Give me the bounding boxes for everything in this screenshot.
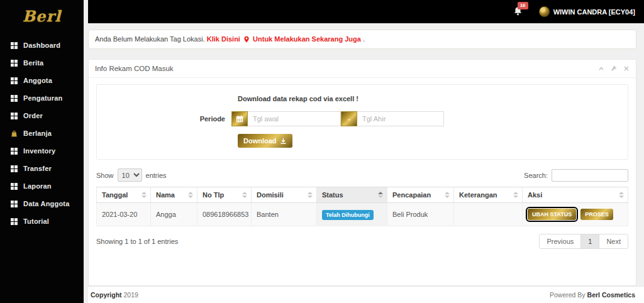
wrench-icon[interactable] <box>611 65 617 72</box>
sidebar-item-order[interactable]: Order <box>0 107 84 124</box>
grid-icon <box>11 148 18 155</box>
sidebar-item-tutorial[interactable]: Tutorial <box>0 212 84 230</box>
sidebar-item-label: Berita <box>23 59 43 67</box>
sort-icon[interactable] <box>513 192 518 198</box>
sidebar-item-label: Anggota <box>23 77 52 84</box>
alert-link-sekarang-juga[interactable]: Untuk Melakukan Sekarang Juga <box>253 35 361 43</box>
sidebar-item-data-anggota[interactable]: Data Anggota <box>0 195 84 212</box>
sidebar-item-laporan[interactable]: Laporan <box>0 177 84 195</box>
cell-nama: Angga <box>151 203 197 226</box>
sidebar-item-label: Data Anggota <box>23 200 70 207</box>
sort-icon[interactable] <box>445 192 450 198</box>
cell-pencapaian: Beli Produk <box>387 203 454 226</box>
powered-by-text: Powered By Berl Cosmetics <box>550 291 635 299</box>
sidebar-item-dashboard[interactable]: Dashboard <box>0 36 84 54</box>
column-header-keterangan[interactable]: Keterangan <box>454 187 523 203</box>
sidebar-item-transfer[interactable]: Transfer <box>0 160 84 177</box>
show-label: Show <box>96 172 114 179</box>
page-length-select[interactable]: 10 <box>118 168 142 182</box>
grid-icon <box>11 183 18 190</box>
sort-icon[interactable] <box>308 192 313 198</box>
sort-icon[interactable] <box>242 192 247 198</box>
sidebar-item-berlanja[interactable]: Berlanja <box>0 124 84 142</box>
tgl-ahir-input[interactable] <box>357 111 444 126</box>
download-icon <box>280 138 287 145</box>
close-icon[interactable] <box>623 65 630 72</box>
grid-icon <box>11 113 18 119</box>
panel-tools <box>598 65 630 72</box>
avatar <box>539 6 550 17</box>
user-menu[interactable]: WIWIN CANDRA [ECY04] <box>539 6 635 17</box>
sort-icon[interactable] <box>619 192 624 198</box>
grid-icon <box>11 95 18 102</box>
powered-by-bold: Berl Cosmetics <box>587 291 635 299</box>
search-input[interactable] <box>552 169 628 182</box>
download-button[interactable]: Download <box>238 134 292 148</box>
alert-link-klik-disini[interactable]: Klik Disini <box>207 35 240 43</box>
berl-logo[interactable]: Berl <box>0 0 84 31</box>
sidebar-item-pengaturan[interactable]: Pengaturan <box>0 89 84 107</box>
column-header-status[interactable]: Status <box>317 187 387 203</box>
table-info: Showing 1 to 1 of 1 entries <box>96 238 178 245</box>
sort-icon[interactable] <box>378 192 383 198</box>
sidebar-item-label: Berlanja <box>23 129 52 137</box>
download-heading: Download data rekap cod via excell ! <box>238 95 628 102</box>
column-header-aksi[interactable]: Aksi <box>523 187 628 203</box>
main-area: 16 WIWIN CANDRA [ECY04] Anda Belum Melak… <box>88 0 644 303</box>
proses-button[interactable]: PROSES <box>580 209 613 220</box>
periode-label: Periode <box>97 115 231 123</box>
table-controls: Show 10 entries Search: <box>96 168 628 182</box>
cell-status: Telah Dihubungi <box>317 203 387 226</box>
notification-badge: 16 <box>518 2 528 9</box>
column-header-no-tlp[interactable]: No Tlp <box>197 187 252 203</box>
date-range-group: - <box>231 111 444 126</box>
grid-icon <box>11 77 18 84</box>
cell-no-tlp: 089618966853 <box>197 203 252 226</box>
sort-icon[interactable] <box>142 192 147 198</box>
table-header-row: Tanggal Nama No Tlp Domisili Status Penc… <box>97 187 628 203</box>
cod-table: Tanggal Nama No Tlp Domisili Status Penc… <box>96 187 628 226</box>
sidebar-nav: Dashboard Berita Anggota Pengaturan Orde… <box>0 36 84 230</box>
sidebar-item-label: Tutorial <box>23 218 49 225</box>
previous-page-button[interactable]: Previous <box>539 234 581 249</box>
calendar-icon <box>231 111 248 126</box>
footer: Copyright 2019 Powered By Berl Cosmetics <box>88 286 644 303</box>
cell-aksi: UBAH STATUS PROSES <box>523 203 628 226</box>
column-header-tanggal[interactable]: Tanggal <box>97 187 151 203</box>
download-button-label: Download <box>243 137 277 145</box>
grid-icon <box>11 42 18 49</box>
ubah-status-button[interactable]: UBAH STATUS <box>528 209 576 220</box>
sidebar-item-label: Pengaturan <box>23 94 63 102</box>
berl-logo-text: Berl <box>23 7 61 25</box>
entries-label: entries <box>146 172 167 179</box>
column-header-domisili[interactable]: Domisili <box>252 187 317 203</box>
panel-body: Download data rekap cod via excell ! Per… <box>89 78 636 285</box>
sidebar-item-anggota[interactable]: Anggota <box>0 72 84 89</box>
next-page-button[interactable]: Next <box>599 234 628 249</box>
table-row: 2021-03-20 Angga 089618966853 Banten Tel… <box>97 203 628 226</box>
content: Anda Belum Melakukan Tag Lokasi. Klik Di… <box>88 23 644 286</box>
notifications-button[interactable]: 16 <box>513 6 523 17</box>
topbar: 16 WIWIN CANDRA [ECY04] <box>88 0 644 23</box>
copyright-text: Copyright 2019 <box>91 291 138 299</box>
column-header-nama[interactable]: Nama <box>151 187 197 203</box>
sort-icon[interactable] <box>188 192 193 198</box>
sidebar-item-berita[interactable]: Berita <box>0 54 84 72</box>
grid-icon <box>11 201 18 207</box>
date-separator: - <box>341 111 357 126</box>
sidebar-item-label: Order <box>23 112 43 119</box>
panel-header: Info Rekam COD Masuk <box>89 60 636 78</box>
column-header-pencapaian[interactable]: Pencapaian <box>387 187 454 203</box>
sidebar-item-inventory[interactable]: Inventory <box>0 142 84 160</box>
user-name: WIWIN CANDRA [ECY04] <box>553 8 635 16</box>
table-footer-row: Showing 1 to 1 of 1 entries Previous 1 N… <box>96 234 628 249</box>
collapse-icon[interactable] <box>598 65 604 72</box>
status-badge: Telah Dihubungi <box>322 210 374 220</box>
page-1-button[interactable]: 1 <box>580 234 599 249</box>
sidebar-item-label: Transfer <box>23 165 52 172</box>
copyright-bold: Copyright <box>91 291 122 299</box>
alert-text-suffix: . <box>363 35 365 43</box>
cell-domisili: Banten <box>252 203 317 226</box>
panel-title: Info Rekam COD Masuk <box>95 65 174 72</box>
tgl-awal-input[interactable] <box>248 111 341 126</box>
